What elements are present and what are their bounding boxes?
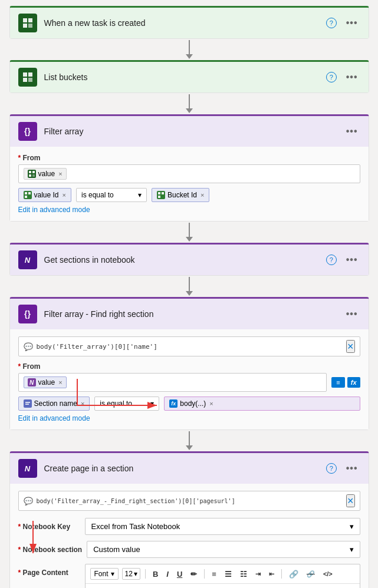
font-size-select[interactable]: 12 ▾ — [122, 568, 140, 580]
connector-3 — [186, 222, 193, 243]
page-content-area[interactable]: N Title × — [86, 584, 360, 588]
filter-2-right-text: body(...) — [180, 399, 206, 408]
italic-button[interactable]: I — [164, 569, 171, 580]
filter-array-2-actions: ••• — [344, 308, 360, 321]
html-button[interactable]: </> — [321, 569, 335, 579]
filter-2-from-value-text: value — [38, 378, 55, 387]
trigger-more-button[interactable]: ••• — [344, 16, 360, 29]
filter-right-text: Bucket Id — [167, 191, 197, 199]
filter-array-icon: {} — [18, 122, 37, 141]
filter-2-from-label: From — [18, 362, 360, 371]
notebook-section-row: Notebook section Custom value ▾ — [18, 541, 360, 558]
svg-rect-6 — [23, 78, 27, 82]
filter-from-value-tag: value × — [24, 168, 67, 180]
filter-2-from-value-close[interactable]: × — [58, 379, 62, 386]
filter-left-text: value Id — [34, 191, 59, 199]
notebook-key-label: Notebook Key — [18, 518, 80, 531]
filter-2-from-row: N value × ≡ fx — [18, 373, 360, 392]
get-sections-more-button[interactable]: ••• — [344, 253, 360, 266]
indent-button[interactable]: ⇥ — [253, 569, 263, 579]
list-buckets-more-button[interactable]: ••• — [344, 71, 360, 84]
filter-2-left-text: Section name — [34, 399, 77, 408]
filter-2-fx-icon: fx — [169, 399, 178, 408]
get-sections-header: N Get sections in notebook ? ••• — [10, 245, 369, 275]
filter-array-body: From value × value Id × — [10, 147, 369, 221]
connector-line-3 — [189, 223, 190, 237]
unlink-button[interactable]: 🔗 — [304, 569, 317, 579]
page-content-content: Font ▾ 12 ▾ B I U ✏ — [85, 564, 360, 588]
color-button[interactable]: ✏ — [188, 569, 199, 580]
notebook-key-dropdown[interactable]: Excel from Task Notebook ▾ — [85, 518, 360, 535]
create-page-more-button[interactable]: ••• — [344, 462, 360, 475]
filter-from-value-close[interactable]: × — [58, 170, 62, 177]
trigger-help-button[interactable]: ? — [324, 16, 339, 29]
notebook-section-content: Custom value ▾ — [87, 541, 360, 558]
font-select[interactable]: Font ▾ — [90, 568, 119, 580]
notebook-section-value: Custom value — [93, 545, 140, 554]
get-sections-help-button[interactable]: ? — [324, 253, 339, 266]
notebook-section-label: Notebook section — [18, 541, 83, 554]
create-page-card: N Create page in a section ? ••• 💬 body(… — [9, 451, 369, 588]
create-page-help-button[interactable]: ? — [324, 462, 339, 475]
notebook-key-value: Excel from Task Notebook — [91, 522, 180, 531]
bold-button[interactable]: B — [150, 569, 160, 580]
svg-rect-5 — [28, 72, 32, 77]
filter-2-right-close[interactable]: × — [209, 400, 213, 407]
create-page-formula-close[interactable]: × — [346, 494, 355, 507]
connector-2 — [186, 93, 193, 114]
filter-2-list-btn[interactable]: ≡ — [331, 377, 344, 388]
filter-2-formula-bar: 💬 body('Filter_array')[0]['name'] × — [18, 336, 360, 356]
filter-2-formula-close[interactable]: × — [346, 340, 355, 353]
filter-array-2-more-button[interactable]: ••• — [344, 308, 360, 321]
filter-2-advanced-link[interactable]: Edit in advanced mode — [18, 414, 90, 422]
get-sections-actions: ? ••• — [324, 253, 360, 266]
filter-2-fx-btn[interactable]: fx — [347, 377, 360, 388]
filter-advanced-link[interactable]: Edit in advanced mode — [18, 206, 90, 214]
filter-op-select[interactable]: is equal to ▾ — [76, 188, 147, 202]
svg-rect-11 — [32, 174, 35, 177]
filter-array-2-header: {} Filter array - Find right section ••• — [10, 299, 369, 329]
align-button[interactable]: ⇤ — [267, 569, 277, 579]
filter-array-2-card: {} Filter array - Find right section •••… — [9, 297, 369, 430]
filter-array-more-button[interactable]: ••• — [344, 125, 360, 138]
filter-2-from-input[interactable]: N value × — [18, 373, 327, 392]
list-buckets-title: List buckets — [44, 72, 324, 82]
filter-array-title: Filter array — [44, 127, 344, 136]
filter-left-close[interactable]: × — [63, 191, 66, 199]
notebook-key-row: Notebook Key Excel from Task Notebook ▾ — [18, 518, 360, 535]
list-buckets-help-button[interactable]: ? — [324, 71, 339, 84]
list-buckets-header: List buckets ? ••• — [10, 62, 369, 93]
filter-condition-row: value Id × is equal to ▾ Bucket Id × — [18, 188, 360, 202]
connector-arrow-2 — [186, 108, 193, 113]
svg-rect-0 — [23, 18, 27, 22]
svg-rect-14 — [25, 196, 27, 198]
connector-line-4 — [189, 277, 190, 291]
svg-rect-9 — [32, 171, 35, 173]
create-page-header: N Create page in a section ? ••• — [10, 453, 369, 484]
filter-right-close[interactable]: × — [200, 191, 204, 199]
create-page-formula-text: body('Filter_array_-_Find_right_section'… — [37, 498, 346, 504]
underline-button[interactable]: U — [175, 569, 185, 580]
filter-2-action-btns: ≡ fx — [331, 377, 360, 388]
connector-arrow-5 — [186, 445, 193, 450]
num-list-button[interactable]: ☰ — [222, 569, 234, 580]
bullet-list-button[interactable]: ≡ — [209, 569, 219, 580]
trigger-card-icon — [18, 14, 37, 32]
flow-container: When a new task is created ? ••• — [0, 0, 378, 588]
filter-2-left-tag: Section name × — [18, 397, 90, 411]
filter-left-icon — [24, 191, 32, 199]
svg-rect-3 — [28, 24, 32, 28]
filter-array-2-title: Filter array - Find right section — [44, 309, 344, 319]
filter-2-onenote-icon: N — [28, 378, 36, 387]
filter-2-left-close[interactable]: × — [81, 400, 84, 407]
list-buckets-icon — [18, 68, 37, 87]
notebook-section-dropdown[interactable]: Custom value ▾ — [87, 541, 360, 558]
link-button[interactable]: 🔗 — [287, 569, 301, 580]
filter-from-planner-icon — [28, 170, 36, 178]
connector-line-5 — [189, 431, 190, 445]
filter-from-input[interactable]: value × — [18, 164, 360, 183]
filter-left-tag: value Id × — [18, 188, 71, 202]
outdent-button[interactable]: ☷ — [238, 569, 249, 580]
toolbar-sep-1 — [145, 569, 146, 579]
filter-2-op-select[interactable]: is equal to ▾ — [94, 397, 159, 411]
